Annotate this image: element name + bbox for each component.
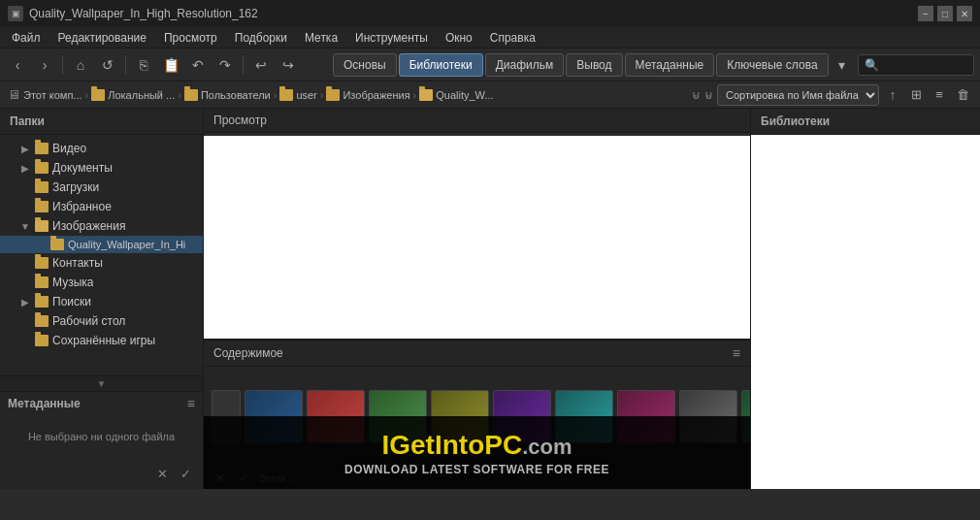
tree-item-quality[interactable]: Quality_Wallpaper_In_Hi bbox=[0, 236, 203, 253]
wm-pc: PC bbox=[484, 430, 522, 460]
folders-header: Папки bbox=[0, 109, 203, 135]
minimize-button[interactable]: − bbox=[918, 6, 933, 21]
paste-button[interactable]: 📋 bbox=[159, 53, 182, 77]
sort-asc-button[interactable]: ↑ bbox=[883, 85, 902, 105]
rotate-right-button[interactable]: ↷ bbox=[213, 53, 237, 77]
maximize-button[interactable]: □ bbox=[937, 6, 953, 21]
nav-basics[interactable]: Основы bbox=[333, 53, 397, 77]
copy-button[interactable]: ⎘ bbox=[132, 53, 155, 77]
metadata-options-icon[interactable]: ≡ bbox=[187, 396, 195, 411]
nav-libraries[interactable]: Библиотеки bbox=[399, 53, 483, 77]
sidebar-scroll-down-arrow[interactable]: ▼ bbox=[0, 375, 203, 391]
bc-sep-2: › bbox=[178, 89, 181, 101]
tree-item-savedgames[interactable]: Сохранённые игры bbox=[0, 331, 203, 350]
content-title: Содержимое bbox=[213, 346, 283, 360]
tree-item-search[interactable]: ▶ Поиски bbox=[0, 292, 203, 311]
bc-users[interactable]: Пользователи bbox=[201, 89, 271, 101]
rotate-left-button[interactable]: ↶ bbox=[186, 53, 210, 77]
folder-icon-video bbox=[35, 143, 49, 154]
bc-folder-icon-1 bbox=[91, 89, 105, 101]
nav-output[interactable]: Вывод bbox=[566, 53, 622, 77]
folder-tree: ▶ Видео ▶ Документы Загрузки Избранное bbox=[0, 135, 203, 375]
search-box[interactable]: 🔍 bbox=[858, 54, 974, 76]
folder-icon-savedgames bbox=[35, 335, 49, 346]
expand-icon-video: ▶ bbox=[19, 144, 31, 154]
metadata-header: Метаданные ≡ bbox=[8, 396, 195, 411]
nav-keywords[interactable]: Ключевые слова bbox=[716, 53, 828, 77]
tree-label-desktop: Рабочий стол bbox=[52, 314, 125, 328]
title-text: Quality_Wallpaper_In_High_Resolution_162 bbox=[29, 7, 258, 20]
tree-label-search: Поиски bbox=[52, 295, 91, 309]
title-bar: ▣ Quality_Wallpaper_In_High_Resolution_1… bbox=[0, 0, 980, 27]
menu-file[interactable]: Файл bbox=[4, 29, 49, 47]
tree-label-documents: Документы bbox=[52, 161, 113, 175]
preview-content bbox=[204, 136, 750, 339]
bc-sep-5: › bbox=[413, 89, 417, 101]
tree-item-images[interactable]: ▼ Изображения bbox=[0, 216, 203, 236]
more-nav-button[interactable]: ▾ bbox=[831, 53, 854, 77]
metadata-confirm-button[interactable]: ✓ bbox=[176, 464, 195, 483]
forward-button[interactable]: › bbox=[33, 53, 56, 77]
menu-help[interactable]: Справка bbox=[482, 29, 543, 47]
bc-folder-icon-3 bbox=[279, 89, 293, 101]
tree-item-contacts[interactable]: Контакты bbox=[0, 253, 203, 273]
tree-item-documents[interactable]: ▶ Документы bbox=[0, 158, 203, 178]
left-sidebar: Папки ▶ Видео ▶ Документы Загрузки Избра bbox=[0, 109, 204, 489]
refresh-button[interactable]: ↺ bbox=[96, 53, 119, 77]
folder-icon-documents bbox=[35, 162, 49, 174]
expand-icon-documents: ▶ bbox=[19, 163, 31, 174]
preview-header: Просмотр bbox=[204, 109, 750, 133]
menu-view[interactable]: Просмотр bbox=[156, 29, 225, 47]
breadcrumb: 🖥 Этот комп... › Локальный ... › Пользов… bbox=[8, 87, 688, 102]
tree-item-desktop[interactable]: Рабочий стол bbox=[0, 311, 203, 331]
bc-sep-3: › bbox=[274, 89, 278, 101]
menu-edit[interactable]: Редактирование bbox=[50, 29, 154, 47]
metadata-clear-button[interactable]: ✕ bbox=[152, 464, 172, 483]
tree-item-favorites[interactable]: Избранное bbox=[0, 197, 203, 216]
home-button[interactable]: ⌂ bbox=[69, 53, 92, 77]
delete-button[interactable]: 🗑 bbox=[953, 85, 972, 105]
folder-icon-music bbox=[35, 276, 49, 288]
menu-mark[interactable]: Метка bbox=[297, 29, 345, 47]
computer-icon: 🖥 bbox=[8, 87, 20, 102]
nav-slideshow[interactable]: Диафильм bbox=[485, 53, 565, 77]
content-header: Содержимое ≡ bbox=[204, 341, 750, 367]
tree-label-music: Музыка bbox=[52, 276, 93, 289]
sort-control: ⊌ ⊌ Сортировка по Имя файла Сортировка п… bbox=[692, 84, 972, 106]
tree-label-favorites: Избранное bbox=[52, 200, 112, 213]
tree-label-quality: Quality_Wallpaper_In_Hi bbox=[68, 239, 185, 250]
toolbar-separator-1 bbox=[62, 55, 63, 75]
bc-images[interactable]: Изображения bbox=[343, 89, 409, 101]
folder-icon-favorites bbox=[35, 201, 49, 212]
preview-panel: Просмотр bbox=[204, 109, 750, 340]
nav-metadata[interactable]: Метаданные bbox=[625, 53, 715, 77]
app-icon: ▣ bbox=[8, 6, 23, 21]
view-thumbs-button[interactable]: ⊞ bbox=[906, 85, 926, 105]
tree-item-video[interactable]: ▶ Видео bbox=[0, 139, 203, 158]
bc-user[interactable]: user bbox=[296, 89, 316, 101]
tree-item-downloads[interactable]: Загрузки bbox=[0, 178, 203, 197]
bc-quality[interactable]: Quality_W... bbox=[436, 89, 493, 101]
bc-sep-1: › bbox=[85, 89, 89, 101]
menu-collections[interactable]: Подборки bbox=[227, 29, 295, 47]
undo-button[interactable]: ↩ bbox=[249, 53, 273, 77]
main-area: Папки ▶ Видео ▶ Документы Загрузки Избра bbox=[0, 109, 980, 489]
tree-item-music[interactable]: Музыка bbox=[0, 273, 203, 292]
bc-computer[interactable]: Этот комп... bbox=[23, 89, 82, 101]
redo-button[interactable]: ↪ bbox=[277, 53, 300, 77]
wm-com: .com bbox=[522, 435, 572, 459]
menu-tools[interactable]: Инструменты bbox=[347, 29, 436, 47]
view-list-button[interactable]: ≡ bbox=[930, 85, 949, 105]
bc-local[interactable]: Локальный ... bbox=[108, 89, 175, 101]
tree-label-savedgames: Сохранённые игры bbox=[52, 334, 155, 347]
wm-into: Into bbox=[435, 430, 484, 460]
close-button[interactable]: ✕ bbox=[957, 6, 972, 21]
content-options-icon[interactable]: ≡ bbox=[733, 345, 740, 361]
tree-label-images: Изображения bbox=[52, 219, 125, 233]
metadata-actions: ✕ ✓ bbox=[8, 462, 195, 485]
title-bar-left: ▣ Quality_Wallpaper_In_High_Resolution_1… bbox=[8, 6, 258, 21]
back-button[interactable]: ‹ bbox=[6, 53, 29, 77]
sort-select[interactable]: Сортировка по Имя файла Сортировка по Да… bbox=[717, 84, 879, 106]
scroll-down-icon: ▼ bbox=[97, 378, 107, 389]
menu-window[interactable]: Окно bbox=[438, 29, 480, 47]
